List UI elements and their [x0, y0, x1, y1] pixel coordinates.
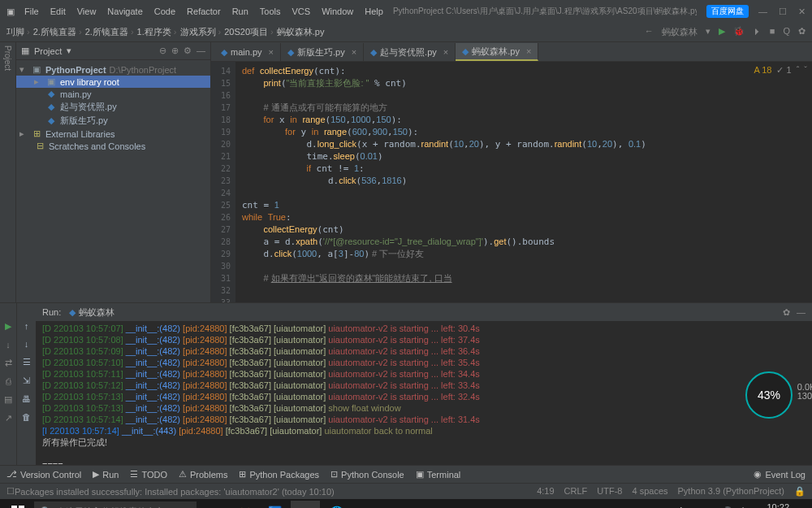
- code-area[interactable]: A 18 ✓ 1 ˆ ˇ 14 15 16 17 18 19 20 21 22 …: [211, 62, 812, 302]
- chevron-down-icon[interactable]: ˇ: [804, 65, 807, 76]
- search-icon[interactable]: Q: [783, 26, 790, 38]
- run-config-title[interactable]: ◆蚂蚁森林: [69, 306, 114, 319]
- collapse-icon[interactable]: ⊖: [159, 46, 166, 56]
- minimize-run-icon[interactable]: —: [797, 307, 806, 318]
- chevron-up-icon[interactable]: ˆ: [797, 65, 800, 76]
- hide-icon[interactable]: —: [197, 46, 205, 56]
- crumb-4[interactable]: 游戏系列: [180, 26, 222, 38]
- edge-icon[interactable]: 🌐: [322, 501, 351, 509]
- menu-file[interactable]: File: [24, 7, 39, 16]
- cloud-badge[interactable]: 百度网盘: [706, 5, 749, 18]
- tab-0[interactable]: ◆main.py×: [214, 43, 281, 61]
- tree-file-0[interactable]: ◆main.py: [16, 88, 210, 100]
- close-tab-icon[interactable]: ×: [269, 47, 274, 57]
- debug-icon[interactable]: 🐞: [733, 26, 745, 38]
- nav-back-icon[interactable]: ←: [645, 26, 654, 38]
- menu-tools[interactable]: Tools: [260, 7, 281, 16]
- close-tab-icon[interactable]: ×: [526, 46, 531, 56]
- menu-run[interactable]: Run: [232, 7, 248, 16]
- project-tool-button[interactable]: Project: [3, 46, 12, 71]
- bottom-problems[interactable]: ⚠ Problems: [179, 469, 227, 480]
- crumb-5[interactable]: 20S20项目: [224, 26, 274, 38]
- status-indent[interactable]: 4 spaces: [633, 486, 668, 497]
- project-dropdown-icon[interactable]: ▾: [67, 46, 71, 56]
- menu-code[interactable]: Code: [154, 7, 175, 16]
- console-output[interactable]: [D 220103 10:57:07] __init__:(482) [pid:…: [36, 321, 812, 465]
- gear-icon[interactable]: ⚙: [184, 46, 192, 56]
- status-le[interactable]: CRLF: [564, 486, 588, 497]
- menu-window[interactable]: Window: [322, 7, 353, 16]
- stop-run-icon[interactable]: ↓: [6, 340, 11, 350]
- tray-clock[interactable]: 10:222022/1/5: [754, 503, 789, 509]
- down-icon[interactable]: ↓: [24, 339, 29, 349]
- crumb-3[interactable]: 1.程序类: [137, 26, 177, 38]
- menu-help[interactable]: Help: [365, 7, 383, 16]
- bottom-eventlog[interactable]: ◉ Event Log: [754, 469, 806, 480]
- stop-icon[interactable]: ■: [770, 26, 775, 38]
- wrench-icon[interactable]: ↗: [5, 413, 12, 423]
- app2-icon[interactable]: ▣: [291, 501, 320, 509]
- code-text[interactable]: def collectEnergy(cnt): print("当前直接主影色脸:…: [235, 62, 812, 302]
- more-run-icon[interactable]: ⏵: [753, 26, 762, 38]
- tab-3[interactable]: ◆蚂蚁森林.py×: [456, 43, 538, 61]
- taskbar-search[interactable]: 🔍在这里输入你想搜索的内容: [34, 501, 197, 509]
- menu-edit[interactable]: Edit: [50, 7, 66, 16]
- tab-1[interactable]: ◆新版生巧.py×: [281, 43, 364, 61]
- bottom-run[interactable]: ▶ Run: [93, 469, 119, 480]
- expand-icon[interactable]: ⊕: [171, 46, 179, 56]
- tree-file-1[interactable]: ◆起与资优照.py: [16, 100, 210, 114]
- network-gauge[interactable]: 43% 0.0K/s130K/s: [745, 371, 793, 419]
- crumb-6[interactable]: 蚂蚁森林.py: [277, 26, 325, 38]
- run-icon[interactable]: ▶: [719, 26, 725, 38]
- print-icon[interactable]: 🖶: [22, 394, 31, 404]
- menu-refactor[interactable]: Refactor: [187, 7, 221, 16]
- bottom-vcs[interactable]: ⎇ Version Control: [6, 469, 81, 480]
- start-button[interactable]: [3, 501, 32, 509]
- gear-run-icon[interactable]: ✿: [783, 307, 790, 318]
- close-icon[interactable]: ✕: [798, 7, 806, 17]
- bottom-pyconsole[interactable]: ⊡ Python Console: [330, 469, 404, 480]
- lock-icon[interactable]: 🔒: [794, 486, 806, 497]
- menu-navigate[interactable]: Navigate: [107, 7, 142, 16]
- settings-icon[interactable]: ✿: [798, 26, 806, 38]
- tree-scratch[interactable]: ⊟Scratches and Consoles: [16, 140, 210, 152]
- pin-icon[interactable]: ⎙: [6, 376, 11, 386]
- status-enc[interactable]: UTF-8: [597, 486, 622, 497]
- menu-vcs[interactable]: VCS: [292, 7, 311, 16]
- crumb-2[interactable]: 2.所镜直器: [85, 26, 134, 38]
- left-tool-strip: Project: [0, 42, 16, 302]
- taskview-icon[interactable]: ◎: [198, 501, 227, 509]
- status-interpreter[interactable]: Python 3.9 (PythonProject): [678, 486, 784, 497]
- status-pos[interactable]: 4:19: [537, 486, 554, 497]
- warning-count[interactable]: A 18: [754, 65, 771, 76]
- filter-trash-icon[interactable]: 🗑: [22, 412, 31, 422]
- rerun-icon[interactable]: ▶: [5, 321, 11, 332]
- tree-env[interactable]: ▸▣env library root: [16, 76, 210, 88]
- tree-root[interactable]: ▾▣PythonProject D:\PythonProject: [16, 63, 210, 76]
- inspection-indicators[interactable]: A 18 ✓ 1 ˆ ˇ: [754, 65, 807, 76]
- ok-count[interactable]: ✓ 1: [776, 65, 791, 76]
- app1-icon[interactable]: 🟦: [260, 501, 289, 509]
- maximize-icon[interactable]: ☐: [779, 7, 787, 17]
- close-tab-icon[interactable]: ×: [443, 47, 448, 57]
- crumb-0[interactable]: 㓚脚: [6, 26, 30, 38]
- explorer-icon[interactable]: 📁: [229, 501, 258, 509]
- up-icon[interactable]: ↑: [24, 321, 29, 331]
- soft-wrap-icon[interactable]: ☰: [23, 357, 31, 367]
- crumb-1[interactable]: 2.所镜直器: [33, 26, 82, 38]
- scroll-icon[interactable]: ⇲: [23, 376, 30, 386]
- tab-2[interactable]: ◆起与资优照.py×: [364, 43, 456, 61]
- menu-view[interactable]: View: [77, 7, 97, 16]
- trash-icon[interactable]: ▤: [4, 394, 12, 405]
- bottom-todo[interactable]: ☰ TODO: [130, 469, 167, 480]
- bottom-terminal[interactable]: ▣ Terminal: [416, 469, 461, 480]
- status-icon[interactable]: ☐: [6, 486, 15, 497]
- tree-ext-lib[interactable]: ▸⊞External Libraries: [16, 128, 210, 140]
- minimize-icon[interactable]: —: [758, 7, 767, 17]
- tree-file-2[interactable]: ◆新版生巧.py: [16, 114, 210, 128]
- bottom-packages[interactable]: ⊞ Python Packages: [239, 469, 319, 480]
- nav-dropdown-icon[interactable]: ▾: [706, 26, 710, 38]
- layout-icon[interactable]: ⇄: [5, 358, 12, 368]
- close-tab-icon[interactable]: ×: [352, 47, 356, 57]
- nav-config[interactable]: 蚂蚁森林: [662, 26, 698, 38]
